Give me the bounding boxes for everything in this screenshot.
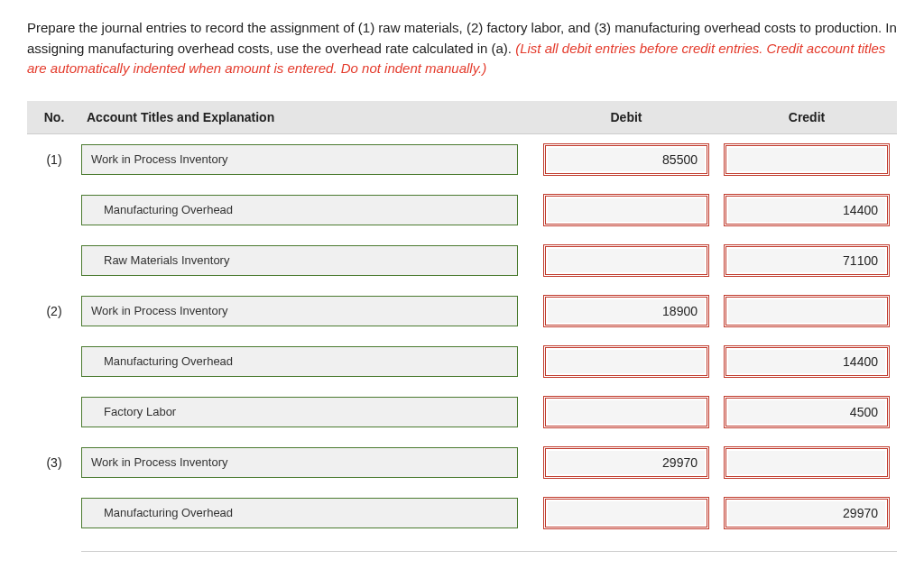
account-title-input[interactable] (81, 498, 518, 528)
debit-cell (536, 396, 716, 428)
debit-cell (536, 497, 716, 529)
credit-cell (716, 497, 897, 529)
account-title-cell (81, 447, 536, 478)
bottom-separator (81, 551, 897, 552)
debit-input-wrap (543, 244, 709, 277)
debit-cell (536, 345, 716, 378)
account-title-cell (81, 346, 536, 377)
credit-cell (716, 446, 897, 479)
account-title-cell (81, 397, 536, 427)
header-credit: Credit (716, 110, 897, 124)
credit-input[interactable] (728, 299, 885, 323)
account-title-cell (81, 498, 536, 528)
credit-input[interactable] (728, 451, 885, 474)
credit-input-wrap (724, 396, 890, 428)
account-title-cell (81, 144, 536, 175)
credit-cell (716, 396, 897, 428)
debit-input[interactable] (548, 148, 705, 171)
account-title-cell (81, 296, 536, 326)
account-title-cell (81, 195, 536, 225)
credit-cell (716, 295, 897, 327)
credit-input-wrap (724, 446, 890, 479)
account-title-cell (81, 245, 536, 276)
table-row (27, 185, 897, 235)
account-title-input[interactable] (81, 447, 518, 478)
debit-input[interactable] (548, 350, 705, 373)
account-title-input[interactable] (81, 397, 518, 427)
credit-input-wrap (724, 497, 890, 529)
account-title-input[interactable] (81, 144, 518, 175)
table-header: No. Account Titles and Explanation Debit… (27, 101, 897, 134)
table-row (27, 235, 897, 286)
table-row: (1) (27, 134, 897, 185)
account-title-input[interactable] (81, 245, 518, 276)
credit-cell (716, 345, 897, 378)
debit-cell (536, 244, 716, 277)
credit-input[interactable] (728, 198, 885, 222)
credit-cell (716, 194, 897, 226)
instructions: Prepare the journal entries to record th… (27, 18, 897, 79)
debit-input-wrap (543, 143, 709, 176)
debit-input[interactable] (548, 400, 705, 424)
debit-input-wrap (543, 396, 709, 428)
credit-input-wrap (724, 345, 890, 378)
credit-cell (716, 143, 897, 176)
debit-cell (536, 143, 716, 176)
row-number: (2) (27, 304, 81, 318)
header-no: No. (27, 110, 81, 124)
credit-input[interactable] (728, 501, 885, 525)
credit-input-wrap (724, 295, 890, 327)
credit-input[interactable] (728, 350, 885, 373)
table-row (27, 336, 897, 387)
account-title-input[interactable] (81, 296, 518, 326)
row-number: (1) (27, 152, 81, 167)
row-number: (3) (27, 455, 81, 470)
table-row (27, 387, 897, 437)
debit-cell (536, 446, 716, 479)
debit-input[interactable] (548, 198, 705, 222)
credit-cell (716, 244, 897, 277)
debit-input-wrap (543, 295, 709, 327)
credit-input-wrap (724, 143, 890, 176)
table-row (27, 488, 897, 538)
header-debit: Debit (536, 110, 716, 124)
debit-input[interactable] (548, 451, 705, 474)
debit-input[interactable] (548, 249, 705, 272)
credit-input-wrap (724, 244, 890, 277)
credit-input[interactable] (728, 148, 885, 171)
debit-input-wrap (543, 194, 709, 226)
debit-input-wrap (543, 345, 709, 378)
debit-cell (536, 295, 716, 327)
account-title-input[interactable] (81, 195, 518, 225)
debit-input-wrap (543, 446, 709, 479)
debit-input-wrap (543, 497, 709, 529)
credit-input[interactable] (728, 249, 885, 272)
credit-input-wrap (724, 194, 890, 226)
debit-cell (536, 194, 716, 226)
table-row: (3) (27, 437, 897, 488)
debit-input[interactable] (548, 501, 705, 525)
debit-input[interactable] (548, 299, 705, 323)
header-title: Account Titles and Explanation (81, 110, 536, 124)
table-row: (2) (27, 286, 897, 336)
account-title-input[interactable] (81, 346, 518, 377)
credit-input[interactable] (728, 400, 885, 424)
